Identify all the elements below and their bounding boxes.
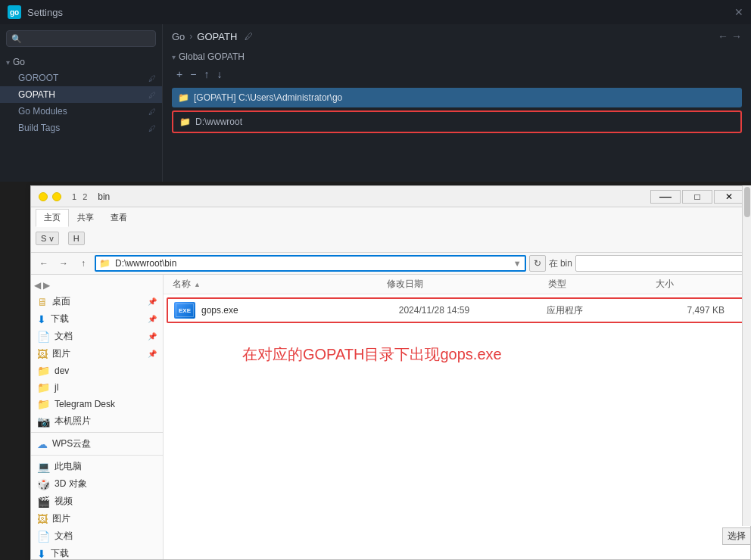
column-header-type[interactable]: 类型 — [548, 278, 656, 291]
pictures-2-icon: 🖼 — [37, 513, 48, 525]
ribbon-content: S v H — [36, 226, 746, 250]
thispc-icon: 💻 — [37, 461, 50, 473]
nav-item-dev[interactable]: 📁 dev — [31, 362, 163, 379]
gopath-entry-2[interactable]: 📁 D:\wwwroot — [172, 110, 742, 133]
gopath-section-label: Global GOPATH — [179, 51, 245, 62]
sidebar-item-gomodules[interactable]: Go Modules 🖊 — [0, 103, 162, 120]
sidebar-section-header-go[interactable]: ▾ Go — [0, 54, 162, 70]
nav-item-desktop[interactable]: 🖥 桌面 📌 — [31, 293, 163, 310]
address-path: D:\wwwroot\bin — [115, 258, 176, 269]
explorer-close-btn[interactable]: ✕ — [714, 190, 744, 204]
gopath-entries-list: 📁 [GOPATH] C:\Users\Administrator\go 📁 D… — [172, 88, 742, 133]
explorer-titlebar: 1 2 bin — □ ✕ — [31, 186, 750, 207]
nav-label-documents: 文档 — [55, 330, 73, 343]
back-nav-button[interactable]: ← — [36, 255, 52, 272]
nav-item-documents-2[interactable]: 📄 文档 — [31, 527, 163, 545]
nav-item-downloads-2[interactable]: ⬇ 下载 — [31, 545, 163, 559]
breadcrumb: Go › GOPATH 🖊 ← → — [172, 30, 742, 42]
remove-entry-button[interactable]: − — [189, 67, 198, 82]
nav-expand-control[interactable]: ◀ ▶ — [31, 278, 163, 293]
nav-item-thispc[interactable]: 💻 此电脑 — [31, 458, 163, 475]
nav-label-downloads-2: 下载 — [51, 547, 69, 559]
scrollbar-thumb[interactable] — [744, 187, 750, 217]
wps-icon: ☁ — [37, 438, 48, 450]
ribbon-tab-view[interactable]: 查看 — [102, 209, 136, 226]
column-header-date[interactable]: 修改日期 — [387, 278, 548, 291]
nav-item-jl[interactable]: 📁 jl — [31, 379, 163, 396]
ide-search-box[interactable]: 🔍 — [6, 30, 156, 47]
address-bar[interactable]: 📁 D:\wwwroot\bin ▼ — [95, 255, 526, 272]
forward-nav-button[interactable]: → — [55, 255, 72, 272]
nav-item-telegram[interactable]: 📁 Telegram Desk — [31, 396, 163, 412]
explorer-minimize-btn[interactable]: — — [650, 190, 681, 204]
file-name: gops.exe — [201, 305, 399, 316]
buildtags-edit-icon: 🖊 — [148, 124, 156, 132]
add-entry-button[interactable]: + — [175, 67, 184, 82]
nav-item-downloads[interactable]: ⬇ 下载 📌 — [31, 310, 163, 328]
ribbon-label-s: S — [41, 234, 46, 243]
nav-item-documents[interactable]: 📄 文档 📌 — [31, 328, 163, 345]
nav-item-video[interactable]: 🎬 视频 — [31, 493, 163, 510]
pin-icon-pictures: 📌 — [148, 350, 157, 358]
explorer-title-num-2: 2 — [83, 192, 87, 201]
nav-label-3d: 3D 对象 — [55, 478, 87, 490]
column-header-size[interactable]: 大小 — [656, 278, 741, 291]
column-header-name[interactable]: 名称 ▲ — [173, 278, 387, 291]
gops-icon-label: EXE — [179, 307, 191, 314]
ide-titlebar: go Settings ✕ — [0, 0, 751, 24]
move-up-button[interactable]: ↑ — [202, 67, 210, 82]
nav-item-pictures[interactable]: 🖼 图片 📌 — [31, 345, 163, 362]
explorer-main-content: 名称 ▲ 修改日期 类型 大小 EXE go — [164, 275, 750, 559]
sidebar-item-gopath[interactable]: GOPATH 🖊 — [0, 86, 162, 103]
refresh-button[interactable]: ↻ — [529, 255, 546, 272]
pin-icon-downloads: 📌 — [148, 315, 157, 323]
breadcrumb-separator-icon: › — [189, 31, 192, 42]
search-input[interactable] — [25, 33, 151, 44]
file-date: 2024/11/28 14:59 — [399, 305, 547, 316]
gopath-toolbar: + − ↑ ↓ — [172, 67, 742, 82]
select-button[interactable]: 选择 — [722, 527, 751, 545]
sidebar-item-goroot[interactable]: GOROOT 🖊 — [0, 70, 162, 86]
back-arrow-icon[interactable]: ← — [718, 30, 728, 42]
nav-label-photos: 本机照片 — [55, 415, 91, 428]
close-icon[interactable]: ✕ — [734, 6, 743, 18]
file-item-gops[interactable]: EXE gops.exe 2024/11/28 14:59 应用程序 7,497… — [167, 297, 747, 323]
forward-arrow-icon[interactable]: → — [731, 30, 742, 42]
search-box[interactable] — [575, 255, 746, 272]
nav-item-wps[interactable]: ☁ WPS云盘 — [31, 435, 163, 453]
nav-label-documents-2: 文档 — [55, 530, 73, 543]
breadcrumb-edit-icon[interactable]: 🖊 — [245, 32, 253, 41]
goroot-edit-icon: 🖊 — [148, 74, 156, 82]
documents-2-icon: 📄 — [37, 530, 50, 543]
explorer-restore-btn[interactable]: □ — [682, 190, 712, 204]
video-icon: 🎬 — [37, 496, 50, 508]
explorer-window: 1 2 bin — □ ✕ 主页 共享 查看 S v H ← → ↑ — [30, 185, 751, 560]
gopath-edit-icon: 🖊 — [148, 91, 156, 99]
ribbon-tab-list: 主页 共享 查看 — [36, 209, 746, 226]
search-icon: 🔍 — [11, 34, 22, 44]
folder-icon-2: 📁 — [179, 117, 191, 127]
col-date-label: 修改日期 — [387, 278, 423, 289]
address-dropdown-icon[interactable]: ▼ — [513, 259, 522, 268]
sidebar-item-gomodules-label: Go Modules — [18, 106, 67, 117]
sidebar-item-buildtags[interactable]: Build Tags 🖊 — [0, 120, 162, 136]
scrollbar-right[interactable] — [742, 185, 751, 526]
minimize-button[interactable] — [39, 192, 48, 201]
gomodules-edit-icon: 🖊 — [148, 107, 156, 116]
nav-item-photos[interactable]: 📷 本机照片 — [31, 412, 163, 430]
maximize-button[interactable] — [52, 192, 61, 201]
gopath-entry-1[interactable]: 📁 [GOPATH] C:\Users\Administrator\go — [172, 88, 742, 107]
nav-item-pictures-2[interactable]: 🖼 图片 — [31, 510, 163, 527]
file-list: EXE gops.exe 2024/11/28 14:59 应用程序 7,497… — [164, 294, 750, 559]
ribbon-tabs-bar: 主页 共享 查看 S v H — [31, 207, 750, 253]
explorer-body: ◀ ▶ 🖥 桌面 📌 ⬇ 下载 📌 📄 文档 📌 🖼 图片 📌 — [31, 275, 750, 559]
nav-item-3d[interactable]: 🎲 3D 对象 — [31, 475, 163, 493]
breadcrumb-parent[interactable]: Go — [172, 31, 185, 42]
move-down-button[interactable]: ↓ — [215, 67, 223, 82]
ribbon-tab-home[interactable]: 主页 — [36, 209, 69, 227]
ribbon-tab-share[interactable]: 共享 — [69, 209, 102, 226]
ribbon-label-h: H — [73, 234, 79, 243]
up-nav-button[interactable]: ↑ — [75, 255, 92, 272]
gopath-collapse-icon: ▾ — [172, 53, 176, 61]
col-name-label: 名称 — [173, 278, 191, 291]
